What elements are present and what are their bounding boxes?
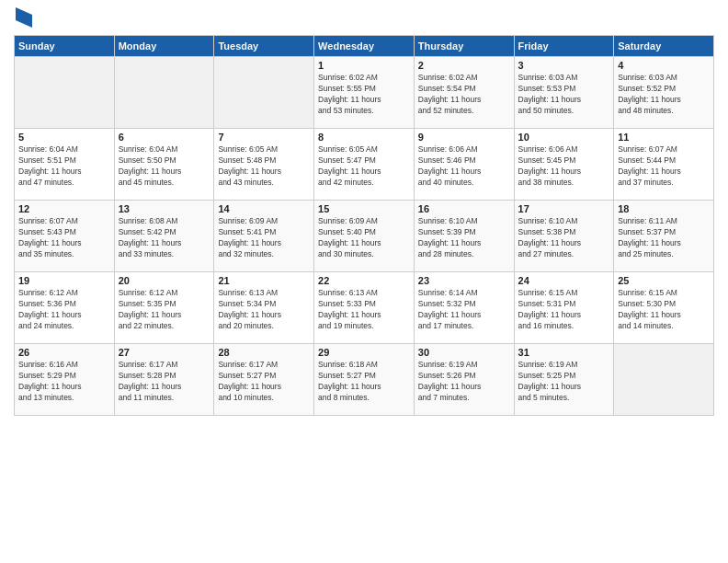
calendar-cell: 31Sunrise: 6:19 AM Sunset: 5:25 PM Dayli… (514, 344, 614, 416)
day-number: 4 (618, 60, 710, 71)
day-info: Sunrise: 6:15 AM Sunset: 5:31 PM Dayligh… (518, 288, 610, 332)
day-info: Sunrise: 6:18 AM Sunset: 5:27 PM Dayligh… (318, 360, 410, 404)
weekday-header-wednesday: Wednesday (314, 36, 415, 57)
day-info: Sunrise: 6:07 AM Sunset: 5:43 PM Dayligh… (18, 216, 110, 260)
day-info: Sunrise: 6:16 AM Sunset: 5:29 PM Dayligh… (18, 360, 110, 404)
calendar-cell: 21Sunrise: 6:13 AM Sunset: 5:34 PM Dayli… (214, 272, 314, 344)
calendar-cell: 6Sunrise: 6:04 AM Sunset: 5:50 PM Daylig… (114, 129, 214, 201)
calendar-cell: 28Sunrise: 6:17 AM Sunset: 5:27 PM Dayli… (214, 344, 314, 416)
calendar-cell: 19Sunrise: 6:12 AM Sunset: 5:36 PM Dayli… (15, 272, 115, 344)
day-number: 20 (119, 275, 210, 286)
day-number: 10 (518, 132, 610, 143)
day-number: 16 (418, 203, 510, 214)
day-number: 9 (418, 132, 510, 143)
calendar-container: SundayMondayTuesdayWednesdayThursdayFrid… (0, 0, 728, 563)
calendar-cell: 10Sunrise: 6:06 AM Sunset: 5:45 PM Dayli… (514, 129, 614, 201)
day-number: 21 (218, 275, 310, 286)
calendar-cell: 26Sunrise: 6:16 AM Sunset: 5:29 PM Dayli… (15, 344, 115, 416)
day-info: Sunrise: 6:10 AM Sunset: 5:38 PM Dayligh… (518, 216, 610, 260)
day-number: 29 (318, 347, 410, 358)
day-number: 24 (518, 275, 610, 286)
calendar-cell (114, 57, 214, 129)
day-info: Sunrise: 6:09 AM Sunset: 5:40 PM Dayligh… (318, 216, 410, 260)
day-number: 11 (618, 132, 710, 143)
day-number: 23 (418, 275, 510, 286)
day-number: 7 (218, 132, 310, 143)
day-info: Sunrise: 6:04 AM Sunset: 5:50 PM Dayligh… (119, 144, 210, 189)
day-number: 6 (119, 132, 210, 143)
day-number: 13 (119, 203, 210, 214)
calendar-cell: 11Sunrise: 6:07 AM Sunset: 5:44 PM Dayli… (614, 129, 714, 201)
svg-marker-0 (16, 7, 32, 28)
day-info: Sunrise: 6:17 AM Sunset: 5:27 PM Dayligh… (218, 360, 310, 404)
calendar-cell: 2Sunrise: 6:02 AM Sunset: 5:54 PM Daylig… (414, 57, 514, 129)
calendar-cell: 14Sunrise: 6:09 AM Sunset: 5:41 PM Dayli… (214, 201, 314, 272)
day-info: Sunrise: 6:06 AM Sunset: 5:46 PM Dayligh… (418, 144, 510, 189)
day-number: 1 (318, 60, 410, 71)
calendar-cell: 24Sunrise: 6:15 AM Sunset: 5:31 PM Dayli… (514, 272, 614, 344)
day-info: Sunrise: 6:11 AM Sunset: 5:37 PM Dayligh… (618, 216, 710, 260)
calendar-cell: 22Sunrise: 6:13 AM Sunset: 5:33 PM Dayli… (314, 272, 415, 344)
calendar-cell: 17Sunrise: 6:10 AM Sunset: 5:38 PM Dayli… (514, 201, 614, 272)
calendar-cell: 9Sunrise: 6:06 AM Sunset: 5:46 PM Daylig… (414, 129, 514, 201)
day-info: Sunrise: 6:15 AM Sunset: 5:30 PM Dayligh… (618, 288, 710, 332)
calendar-cell: 29Sunrise: 6:18 AM Sunset: 5:27 PM Dayli… (314, 344, 415, 416)
day-number: 22 (318, 275, 410, 286)
week-row-3: 12Sunrise: 6:07 AM Sunset: 5:43 PM Dayli… (15, 201, 714, 272)
day-number: 12 (18, 203, 110, 214)
calendar-cell: 8Sunrise: 6:05 AM Sunset: 5:47 PM Daylig… (314, 129, 415, 201)
day-number: 26 (18, 347, 110, 358)
day-info: Sunrise: 6:12 AM Sunset: 5:36 PM Dayligh… (18, 288, 110, 332)
day-info: Sunrise: 6:02 AM Sunset: 5:55 PM Dayligh… (318, 73, 410, 117)
weekday-header-saturday: Saturday (614, 36, 714, 57)
calendar-cell (614, 344, 714, 416)
day-info: Sunrise: 6:17 AM Sunset: 5:28 PM Dayligh… (119, 360, 210, 404)
day-info: Sunrise: 6:05 AM Sunset: 5:48 PM Dayligh… (218, 144, 310, 189)
day-number: 17 (518, 203, 610, 214)
calendar-cell: 5Sunrise: 6:04 AM Sunset: 5:51 PM Daylig… (15, 129, 115, 201)
calendar-cell: 7Sunrise: 6:05 AM Sunset: 5:48 PM Daylig… (214, 129, 314, 201)
week-row-1: 1Sunrise: 6:02 AM Sunset: 5:55 PM Daylig… (15, 57, 714, 129)
day-number: 25 (618, 275, 710, 286)
day-info: Sunrise: 6:19 AM Sunset: 5:26 PM Dayligh… (418, 360, 510, 404)
calendar-cell: 3Sunrise: 6:03 AM Sunset: 5:53 PM Daylig… (514, 57, 614, 129)
day-info: Sunrise: 6:10 AM Sunset: 5:39 PM Dayligh… (418, 216, 510, 260)
day-number: 3 (518, 60, 610, 71)
day-info: Sunrise: 6:02 AM Sunset: 5:54 PM Dayligh… (418, 73, 510, 117)
weekday-header-row: SundayMondayTuesdayWednesdayThursdayFrid… (15, 36, 714, 57)
day-info: Sunrise: 6:03 AM Sunset: 5:52 PM Dayligh… (618, 73, 710, 117)
day-number: 15 (318, 203, 410, 214)
day-info: Sunrise: 6:13 AM Sunset: 5:33 PM Dayligh… (318, 288, 410, 332)
logo-icon (16, 7, 32, 28)
week-row-5: 26Sunrise: 6:16 AM Sunset: 5:29 PM Dayli… (15, 344, 714, 416)
calendar-cell: 20Sunrise: 6:12 AM Sunset: 5:35 PM Dayli… (114, 272, 214, 344)
calendar-cell: 16Sunrise: 6:10 AM Sunset: 5:39 PM Dayli… (414, 201, 514, 272)
week-row-2: 5Sunrise: 6:04 AM Sunset: 5:51 PM Daylig… (15, 129, 714, 201)
calendar-cell (15, 57, 115, 129)
day-number: 14 (218, 203, 310, 214)
day-number: 18 (618, 203, 710, 214)
header (14, 9, 714, 28)
day-info: Sunrise: 6:07 AM Sunset: 5:44 PM Dayligh… (618, 144, 710, 189)
calendar-cell: 1Sunrise: 6:02 AM Sunset: 5:55 PM Daylig… (314, 57, 415, 129)
weekday-header-tuesday: Tuesday (214, 36, 314, 57)
day-info: Sunrise: 6:09 AM Sunset: 5:41 PM Dayligh… (218, 216, 310, 260)
weekday-header-friday: Friday (514, 36, 614, 57)
day-info: Sunrise: 6:08 AM Sunset: 5:42 PM Dayligh… (119, 216, 210, 260)
calendar-cell: 12Sunrise: 6:07 AM Sunset: 5:43 PM Dayli… (15, 201, 115, 272)
day-number: 31 (518, 347, 610, 358)
weekday-header-monday: Monday (114, 36, 214, 57)
calendar-cell: 18Sunrise: 6:11 AM Sunset: 5:37 PM Dayli… (614, 201, 714, 272)
day-info: Sunrise: 6:14 AM Sunset: 5:32 PM Dayligh… (418, 288, 510, 332)
day-info: Sunrise: 6:03 AM Sunset: 5:53 PM Dayligh… (518, 73, 610, 117)
calendar-cell: 13Sunrise: 6:08 AM Sunset: 5:42 PM Dayli… (114, 201, 214, 272)
calendar-cell (214, 57, 314, 129)
day-number: 2 (418, 60, 510, 71)
calendar-cell: 15Sunrise: 6:09 AM Sunset: 5:40 PM Dayli… (314, 201, 415, 272)
calendar-cell: 27Sunrise: 6:17 AM Sunset: 5:28 PM Dayli… (114, 344, 214, 416)
day-number: 28 (218, 347, 310, 358)
logo (14, 9, 32, 28)
calendar-cell: 30Sunrise: 6:19 AM Sunset: 5:26 PM Dayli… (414, 344, 514, 416)
weekday-header-sunday: Sunday (15, 36, 115, 57)
day-info: Sunrise: 6:06 AM Sunset: 5:45 PM Dayligh… (518, 144, 610, 189)
